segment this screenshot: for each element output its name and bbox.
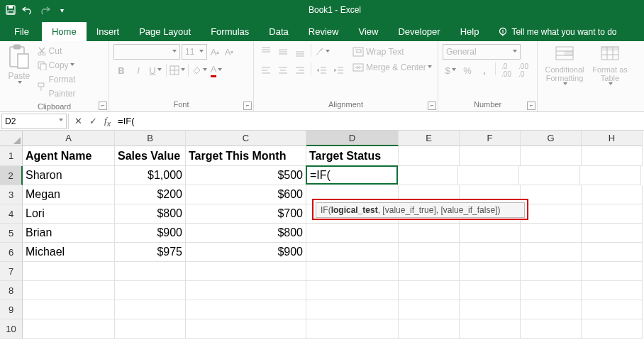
cell[interactable] [399, 224, 460, 243]
align-right-icon[interactable] [292, 62, 308, 78]
cell[interactable] [306, 262, 399, 281]
align-bottom-icon[interactable] [292, 44, 308, 60]
cut-button[interactable]: Cut [37, 44, 104, 58]
row-header-4[interactable]: 4 [0, 204, 23, 224]
tell-me-search[interactable]: Tell me what you want to do [494, 23, 621, 41]
decrease-indent-icon[interactable] [314, 62, 330, 78]
cell[interactable] [23, 281, 115, 300]
cell[interactable] [582, 319, 643, 339]
header-cell[interactable]: Target This Month [186, 146, 306, 166]
cell[interactable] [186, 300, 306, 319]
row-header-8[interactable]: 8 [0, 281, 23, 300]
cell-name[interactable]: Lori [23, 204, 115, 224]
save-icon[interactable] [3, 2, 18, 18]
cell-target[interactable]: $500 [186, 166, 306, 185]
cell[interactable] [115, 262, 186, 281]
decrease-font-icon[interactable]: A▾ [223, 44, 235, 60]
cell[interactable] [23, 262, 115, 281]
font-launcher[interactable]: ⌐ [243, 102, 252, 110]
tab-view[interactable]: View [348, 22, 388, 41]
header-cell[interactable]: Target Status [306, 146, 399, 166]
col-header-G[interactable]: G [521, 131, 582, 146]
cell[interactable] [115, 281, 186, 300]
cell[interactable] [186, 262, 306, 281]
underline-button[interactable]: U [148, 62, 163, 78]
align-left-icon[interactable] [258, 62, 274, 78]
cell[interactable] [582, 185, 643, 204]
clipboard-launcher[interactable]: ⌐ [99, 102, 107, 110]
copy-button[interactable]: Copy [37, 58, 104, 72]
conditional-formatting-button[interactable]: Conditional Formatting [543, 44, 586, 87]
cell[interactable] [458, 166, 519, 185]
cell[interactable] [306, 281, 399, 300]
increase-decimal-icon[interactable]: .0.00 [499, 62, 514, 78]
decrease-decimal-icon[interactable]: .00.0 [516, 62, 531, 78]
cell[interactable] [521, 281, 582, 300]
tab-formulas[interactable]: Formulas [201, 22, 259, 41]
format-painter-button[interactable]: Format Painter [37, 72, 104, 101]
cell-sales[interactable]: $900 [115, 224, 186, 243]
cell[interactable] [582, 300, 643, 319]
row-header-1[interactable]: 1 [0, 146, 23, 166]
number-launcher[interactable]: ⌐ [527, 102, 535, 110]
col-header-H[interactable]: H [582, 131, 643, 146]
name-box-dropdown-icon[interactable] [59, 119, 63, 124]
cell[interactable] [521, 319, 582, 339]
cell[interactable] [460, 262, 521, 281]
cell[interactable] [115, 319, 186, 339]
font-name-dropdown[interactable] [113, 44, 180, 60]
select-all-corner[interactable] [0, 131, 23, 146]
number-format-dropdown[interactable]: General [443, 44, 521, 60]
cancel-formula-icon[interactable]: ✕ [74, 116, 82, 126]
border-button[interactable] [170, 62, 185, 78]
cell[interactable] [399, 243, 460, 262]
insert-function-icon[interactable]: fx [104, 115, 111, 128]
cell-sales[interactable]: $975 [115, 243, 186, 262]
comma-format-icon[interactable]: , [477, 62, 492, 78]
increase-indent-icon[interactable] [331, 62, 347, 78]
format-as-table-button[interactable]: Format as Table [589, 44, 631, 87]
cell[interactable] [519, 166, 580, 185]
italic-button[interactable]: I [131, 62, 146, 78]
row-header-9[interactable]: 9 [0, 300, 23, 319]
cell[interactable] [460, 281, 521, 300]
fill-color-button[interactable] [191, 62, 207, 78]
tab-review[interactable]: Review [299, 22, 349, 41]
cell[interactable] [521, 262, 582, 281]
cell[interactable] [399, 262, 460, 281]
cell-sales[interactable]: $1,000 [115, 166, 186, 185]
row-header-6[interactable]: 6 [0, 243, 23, 262]
cell[interactable] [186, 281, 306, 300]
paste-button[interactable]: Paste [4, 44, 34, 101]
font-color-button[interactable]: A [209, 62, 224, 78]
cell[interactable] [580, 166, 641, 185]
cell[interactable] [521, 204, 582, 224]
align-center-icon[interactable] [275, 62, 291, 78]
cell[interactable] [460, 243, 521, 262]
cell[interactable] [186, 319, 306, 339]
row-header-5[interactable]: 5 [0, 224, 23, 243]
cell-status[interactable] [306, 243, 399, 262]
cell[interactable] [582, 262, 643, 281]
col-header-A[interactable]: A [23, 131, 115, 146]
align-top-icon[interactable] [258, 44, 274, 60]
cell-status[interactable] [306, 224, 399, 243]
row-header-2[interactable]: 2 [0, 166, 23, 185]
cell-name[interactable]: Brian [23, 224, 115, 243]
col-header-E[interactable]: E [399, 131, 460, 146]
row-header-10[interactable]: 10 [0, 319, 23, 339]
cell[interactable] [582, 204, 643, 224]
cell[interactable] [521, 224, 582, 243]
name-box[interactable]: D2 [1, 114, 67, 129]
cell[interactable] [521, 146, 582, 166]
cell-name[interactable]: Sharon [23, 166, 115, 185]
row-header-3[interactable]: 3 [0, 185, 23, 204]
cell[interactable] [306, 300, 399, 319]
enter-formula-icon[interactable]: ✓ [89, 116, 97, 126]
tab-file[interactable]: File [4, 22, 39, 41]
cell-target[interactable]: $800 [186, 224, 306, 243]
cell-sales[interactable]: $800 [115, 204, 186, 224]
tab-home[interactable]: Home [42, 22, 87, 41]
cell[interactable] [521, 300, 582, 319]
col-header-F[interactable]: F [460, 131, 521, 146]
